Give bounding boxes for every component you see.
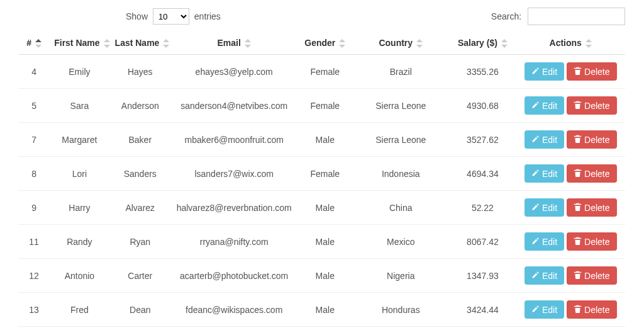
col-header-country[interactable]: Country [352, 31, 449, 55]
edit-label: Edit [542, 271, 557, 280]
cell-country: Honduras [352, 293, 449, 327]
delete-label: Delete [584, 305, 609, 314]
edit-label: Edit [542, 305, 557, 314]
cell-email: ehayes3@yelp.com [170, 55, 297, 89]
length-select[interactable]: 10 [153, 8, 189, 25]
col-header-salary[interactable]: Salary ($) [449, 31, 516, 55]
cell-num: 11 [19, 225, 49, 259]
delete-label: Delete [584, 101, 609, 110]
table-row: 7MargaretBakermbaker6@moonfruit.comMaleS… [19, 123, 625, 157]
cell-email: lsanders7@wix.com [170, 157, 297, 191]
delete-button[interactable]: Delete [567, 130, 616, 149]
cell-firstname: Margaret [49, 123, 109, 157]
cell-gender: Female [297, 327, 352, 330]
cell-salary: 1347.93 [449, 259, 516, 293]
table-row: 11RandyRyanrryana@nifty.comMaleMexico806… [19, 225, 625, 259]
cell-country: Sierra Leone [352, 327, 449, 330]
sort-icon [501, 39, 508, 48]
length-prefix: Show [126, 11, 148, 21]
col-header-num[interactable]: # [19, 31, 49, 55]
edit-label: Edit [542, 237, 557, 246]
cell-num: 5 [19, 89, 49, 123]
cell-salary: 3424.44 [449, 293, 516, 327]
cell-num: 4 [19, 55, 49, 89]
sort-icon [245, 39, 251, 48]
edit-button[interactable]: Edit [525, 164, 564, 183]
cell-gender: Male [297, 191, 352, 225]
edit-button[interactable]: Edit [525, 266, 564, 285]
col-header-gender[interactable]: Gender [297, 31, 352, 55]
delete-button[interactable]: Delete [567, 300, 616, 319]
cell-lastname: Sanders [110, 157, 170, 191]
delete-label: Delete [584, 203, 609, 212]
edit-icon [531, 169, 540, 178]
delete-label: Delete [584, 67, 609, 76]
cell-num: 9 [19, 191, 49, 225]
delete-button[interactable]: Delete [567, 62, 616, 81]
edit-button[interactable]: Edit [525, 300, 564, 319]
delete-button[interactable]: Delete [567, 232, 616, 251]
edit-label: Edit [542, 67, 557, 76]
edit-label: Edit [542, 203, 557, 212]
delete-button[interactable]: Delete [567, 266, 616, 285]
delete-label: Delete [584, 135, 609, 144]
cell-gender: Male [297, 225, 352, 259]
sort-icon [339, 39, 345, 48]
col-header-firstname[interactable]: First Name [49, 31, 109, 55]
cell-lastname: Dean [110, 293, 170, 327]
cell-firstname: Emily [49, 55, 109, 89]
delete-button[interactable]: Delete [567, 198, 616, 217]
cell-firstname: Fred [49, 293, 109, 327]
cell-gender: Male [297, 123, 352, 157]
table-row: 5SaraAndersonsanderson4@netvibes.comFema… [19, 89, 625, 123]
cell-actions: EditDelete [516, 293, 625, 327]
edit-icon [531, 203, 540, 212]
table-row: 4EmilyHayesehayes3@yelp.comFemaleBrazil3… [19, 55, 625, 89]
col-header-actions[interactable]: Actions [516, 31, 625, 55]
cell-country: China [352, 191, 449, 225]
delete-label: Delete [584, 271, 609, 280]
cell-num: 13 [19, 293, 49, 327]
delete-button[interactable]: Delete [567, 164, 616, 183]
cell-firstname: Lori [49, 157, 109, 191]
cell-salary: 8067.42 [449, 225, 516, 259]
cell-lastname: Anderson [110, 89, 170, 123]
delete-label: Delete [584, 169, 609, 178]
cell-email: sanderson4@netvibes.com [170, 89, 297, 123]
cell-actions: EditDelete [516, 55, 625, 89]
sort-icon [416, 39, 423, 48]
cell-salary: 4694.34 [449, 157, 516, 191]
cell-country: Mexico [352, 225, 449, 259]
cell-lastname: Alvarez [110, 191, 170, 225]
col-header-lastname[interactable]: Last Name [110, 31, 170, 55]
cell-num: 12 [19, 259, 49, 293]
edit-label: Edit [542, 135, 557, 144]
edit-icon [531, 271, 540, 280]
sort-icon [104, 39, 110, 48]
edit-button[interactable]: Edit [525, 130, 564, 149]
delete-button[interactable]: Delete [567, 96, 616, 115]
table-row: 13FredDeanfdeanc@wikispaces.comMaleHondu… [19, 293, 625, 327]
edit-icon [531, 67, 540, 76]
edit-button[interactable]: Edit [525, 198, 564, 217]
table-row: 12AntonioCarteracarterb@photobucket.comM… [19, 259, 625, 293]
edit-button[interactable]: Edit [525, 62, 564, 81]
cell-salary: 3355.26 [449, 55, 516, 89]
cell-salary: 7709.93 [449, 327, 516, 330]
search-control: Search: [491, 8, 625, 25]
cell-firstname: Tina [49, 327, 109, 330]
table-row: 8LoriSanderslsanders7@wix.comFemaleIndon… [19, 157, 625, 191]
cell-actions: EditDelete [516, 157, 625, 191]
col-header-email[interactable]: Email [170, 31, 297, 55]
cell-actions: EditDelete [516, 89, 625, 123]
cell-actions: EditDelete [516, 327, 625, 330]
edit-button[interactable]: Edit [525, 96, 564, 115]
delete-label: Delete [584, 237, 609, 246]
search-input[interactable] [528, 8, 625, 25]
cell-num: 14 [19, 327, 49, 330]
cell-gender: Female [297, 157, 352, 191]
cell-country: Sierra Leone [352, 123, 449, 157]
edit-button[interactable]: Edit [525, 232, 564, 251]
cell-firstname: Randy [49, 225, 109, 259]
cell-email: halvarez8@reverbnation.com [170, 191, 297, 225]
